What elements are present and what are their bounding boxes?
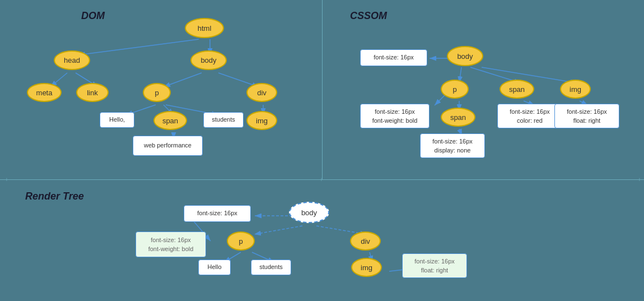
dom-body-node: body [190,50,227,70]
rt-fontsize-body-node: font-size: 16px [184,205,251,222]
rt-p-props-node: font-size: 16pxfont-weight: bold [136,231,206,257]
cssom-body-node: body [447,46,483,66]
vertical-divider [322,0,323,179]
cssom-img-node: img [560,80,591,99]
dom-span-node: span [153,111,187,130]
rt-p-node: p [227,231,255,251]
svg-line-5 [164,73,202,87]
svg-line-1 [78,39,199,55]
cssom-img-props-node: font-size: 16pxfloat: right [554,104,619,128]
tick-left: + [4,177,9,182]
cssom-span-top-node: span [500,80,534,99]
render-tree-title: Render Tree [25,191,84,202]
rt-div-node: div [350,231,381,251]
cssom-fontsize-body-node: font-size: 16px [360,49,427,66]
cssom-title: CSSOM [350,10,387,22]
cssom-p-props-node: font-size: 16pxfont-weight: bold [360,104,430,128]
rt-img-props-node: font-size: 16pxfloat: right [402,253,467,278]
tick-mid: + [319,177,324,182]
dom-link-node: link [76,83,109,102]
cssom-span-props-node: font-size: 16pxcolor: red [497,104,562,128]
tick-right: + [637,177,642,182]
svg-line-22 [254,226,302,234]
dom-p-node: p [143,83,171,102]
dom-title: DOM [81,10,105,22]
cssom-p-node: p [441,80,469,99]
rt-hello-node: Hello [198,260,231,275]
cssom-span-child-props-node: font-size: 16pxdisplay: none [420,133,485,158]
dom-meta-node: meta [27,83,62,102]
dom-webperf-node: web performance [133,136,203,156]
diagram-container: + + + DOM CSSOM Render Tree html head bo… [0,0,644,301]
rt-students-node: students [251,260,291,275]
dom-div-node: div [246,83,277,102]
dom-head-node: head [54,50,90,70]
dom-students-node: students [203,112,244,128]
svg-line-15 [482,67,577,83]
dom-html-node: html [185,18,224,38]
rt-img-node: img [351,258,382,277]
cssom-span-child-node: span [441,108,475,127]
rt-body-node: body [289,202,329,223]
dom-hello-node: Hello, [100,112,134,128]
dom-img-node: img [246,111,277,130]
